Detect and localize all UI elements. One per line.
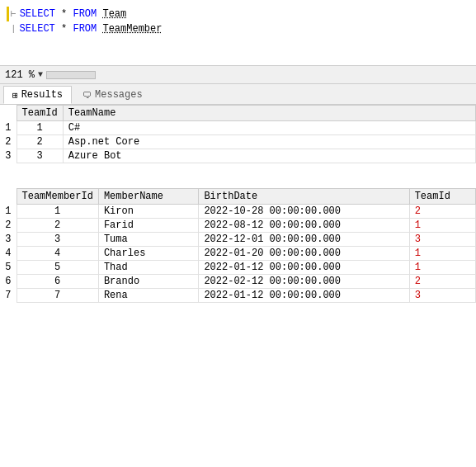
tm-col-birth: BirthDate: [199, 189, 409, 205]
row-num: 3: [0, 149, 16, 163]
tab-results-label: Results: [21, 89, 63, 101]
teamid-cell: 3: [16, 149, 63, 163]
messages-icon: 🗨: [82, 90, 92, 101]
sql-line-2: | SELECT * FROM TeamMember: [7, 21, 473, 36]
teamname-cell: Azure Bot: [63, 149, 475, 163]
teamid-cell: 2: [16, 135, 63, 149]
scroll-indicator[interactable]: [46, 71, 96, 79]
table-row: 4 4 Charles 2022-01-20 00:00:00.000 1: [0, 247, 476, 261]
line-indicator-1: ⊢: [11, 7, 16, 21]
team-grid: TeamId TeamName 1 1 C# 2 2 Asp.net Core …: [0, 105, 476, 163]
team-col-teamid: TeamId: [16, 106, 63, 121]
results-area: TeamId TeamName 1 1 C# 2 2 Asp.net Core …: [0, 105, 476, 467]
results-icon: ⊞: [12, 90, 18, 101]
sql-line-1: ⊢ SELECT * FROM Team: [7, 7, 473, 21]
tab-messages[interactable]: 🗨 Messages: [73, 86, 152, 104]
team-member-table: TeamMemberId MemberName BirthDate TeamId…: [0, 188, 476, 303]
zoom-dropdown-icon[interactable]: ▼: [38, 70, 43, 79]
tm-col-teamid: TeamId: [409, 189, 475, 205]
table-row: 5 5 Thad 2022-01-12 00:00:00.000 1: [0, 261, 476, 275]
row-num: 2: [0, 135, 16, 149]
tm-col-id: TeamMemberId: [16, 189, 98, 205]
line-indicator-2: |: [11, 21, 16, 36]
table-separator: [0, 163, 476, 188]
sql-line-2-text: SELECT * FROM TeamMember: [20, 21, 163, 36]
team-member-grid: TeamMemberId MemberName BirthDate TeamId…: [0, 188, 476, 303]
table-row: 6 6 Brando 2022-02-12 00:00:00.000 2: [0, 275, 476, 289]
teamname-cell: C#: [63, 121, 475, 135]
sql-editor[interactable]: ⊢ SELECT * FROM Team | SELECT * FROM Tea…: [0, 0, 476, 66]
table-row: 2 2 Farid 2022-08-12 00:00:00.000 1: [0, 219, 476, 233]
team-table: TeamId TeamName 1 1 C# 2 2 Asp.net Core …: [0, 105, 476, 163]
tm-col-name: MemberName: [98, 189, 198, 205]
sql-line-1-text: SELECT * FROM Team: [20, 7, 127, 21]
table-row: 3 3 Azure Bot: [0, 149, 476, 163]
team-col-teamname: TeamName: [63, 106, 475, 121]
table-row: 7 7 Rena 2022-01-12 00:00:00.000 3: [0, 289, 476, 303]
teamid-cell: 1: [16, 121, 63, 135]
zoom-bar: 121 % ▼: [0, 66, 476, 84]
tabs-bar: ⊞ Results 🗨 Messages: [0, 84, 476, 105]
row-num: 1: [0, 121, 16, 135]
table-row: 3 3 Tuma 2022-12-01 00:00:00.000 3: [0, 233, 476, 247]
tab-messages-label: Messages: [95, 89, 143, 101]
table-row: 1 1 C#: [0, 121, 476, 135]
table-row: 2 2 Asp.net Core: [0, 135, 476, 149]
zoom-value: 121 %: [5, 69, 35, 81]
tab-results[interactable]: ⊞ Results: [3, 86, 72, 104]
table-row: 1 1 Kiron 2022-10-28 00:00:00.000 2: [0, 205, 476, 219]
teamname-cell: Asp.net Core: [63, 135, 475, 149]
